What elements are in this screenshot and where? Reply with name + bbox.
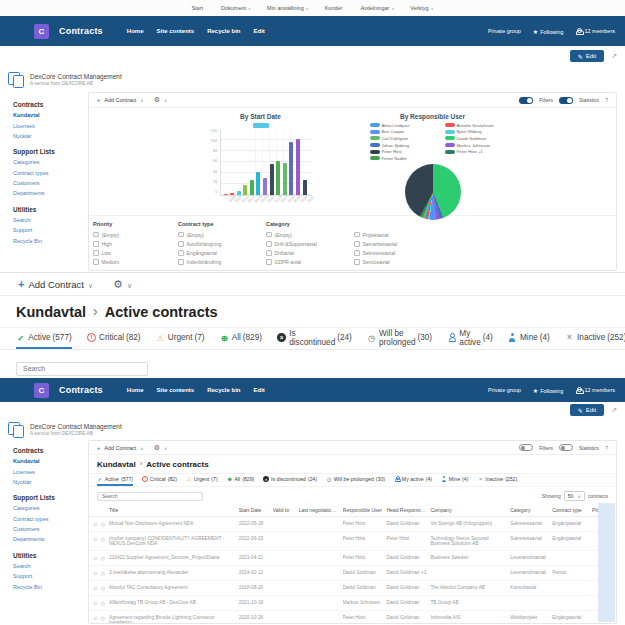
checkbox[interactable] [178,241,184,247]
checkbox[interactable] [93,241,99,247]
clock-icon[interactable] [100,585,104,591]
sidebar-item[interactable]: Contract types [13,168,86,178]
site-nav-item[interactable]: Site contents [156,28,194,34]
eye-icon[interactable] [93,555,97,561]
view-tab[interactable]: Mine (4) [508,328,550,349]
view-tab[interactable]: All (829) [219,328,262,349]
filter-option[interactable]: Drift-&Supportavtal [266,241,354,247]
sidebar-item[interactable]: Customers [13,178,86,188]
site-nav-item[interactable]: Edit [254,387,265,393]
search-input[interactable] [97,492,203,501]
eye-icon[interactable] [93,570,97,576]
breadcrumb-parent[interactable]: Kundavtal [16,304,86,320]
sidebar-item[interactable]: Licenses [13,466,86,476]
checkbox[interactable] [93,259,99,265]
add-contract-button[interactable]: Add Contract [97,445,144,451]
filter-option[interactable]: Indexförändring [178,259,266,265]
sidebar-item[interactable]: Kundavtal [13,110,86,120]
filter-option[interactable]: Samarbetsavtal [354,241,442,247]
column-start-date[interactable]: Start Date [239,507,273,513]
view-tab[interactable]: Will be prolonged (30) [326,474,385,486]
table-row[interactable]: 3 överlåtelse abonnemang Alexander 2014-… [89,566,616,581]
sidebar-item[interactable]: Support [13,225,86,235]
bar[interactable] [250,180,254,195]
clock-icon[interactable] [100,615,104,621]
legend-item[interactable]: Markus Johnsson [433,142,508,149]
settings-menu-button[interactable] [154,96,168,104]
search-input[interactable] [16,362,148,376]
bar-chart-legend-swatch[interactable] [253,123,269,128]
table-row[interactable]: Mutual Non-Disclosure Agreement NDA 2022… [89,517,616,532]
sidebar-item[interactable]: Categories [13,503,86,513]
sidebar-item[interactable]: Licenses [13,120,86,130]
sidebar-item[interactable]: Categories [13,157,86,167]
view-tab[interactable]: Is discontinued (24) [263,474,317,486]
filter-option[interactable]: GDPR-avtal [266,259,354,265]
following-button[interactable]: Following [533,387,564,394]
cell-title[interactable]: 3 överlåtelse abonnemang Alexander [109,570,239,575]
legend-item[interactable]: Ben Cooper [358,129,433,136]
checkbox[interactable] [354,250,360,256]
column-category[interactable]: Category [510,507,552,513]
filter-option[interactable]: Autoförlängning [178,241,266,247]
filter-option[interactable]: High [93,241,181,247]
site-nav-item[interactable]: Recycle bin [207,28,240,34]
checkbox[interactable] [93,250,99,256]
filter-option[interactable]: Projektavtal [354,232,442,238]
checkbox[interactable] [354,241,360,247]
column-contract-type[interactable]: Contract type [552,507,592,513]
sidebar-item[interactable]: Nycklar [13,131,86,141]
suite-nav-item[interactable]: Avdelningar ∨ [360,5,394,11]
edit-page-button[interactable]: Edit [570,404,604,416]
breadcrumb-parent[interactable]: Kundavtal [97,460,136,469]
help-button[interactable]: ? [605,445,608,451]
filter-option[interactable]: Engångsavtal [178,250,266,256]
sidebar-item[interactable]: Contract types [13,514,86,524]
filter-option[interactable]: Serviceavtal [354,259,442,265]
site-logo[interactable]: C [34,383,49,398]
view-tab[interactable]: Critical (82) [87,328,141,349]
checkbox[interactable] [266,250,272,256]
legend-item[interactable]: Annelie Gustafsson [433,122,508,129]
cell-title[interactable]: (moller company) CONFIDENTIALITY AGREEME… [109,536,239,546]
eye-icon[interactable] [93,615,97,621]
checkbox[interactable] [266,241,272,247]
column-responsible-user[interactable]: Responsible User [343,507,387,513]
expand-icon[interactable]: ↗ [611,52,617,60]
legend-item[interactable]: Johan Sjöberg [358,142,433,149]
suite-nav-item[interactable]: Min anställning ∨ [267,5,309,11]
legend-item[interactable]: Alma Lindqvist [358,122,433,129]
clock-icon[interactable] [100,555,104,561]
expand-icon[interactable]: ↗ [611,406,617,414]
edit-page-button[interactable]: Edit [570,50,604,62]
filters-toggle[interactable] [519,97,533,104]
filter-option[interactable]: (Empty) [93,232,181,238]
filter-option[interactable]: Driftavtal [266,250,354,256]
sidebar-item[interactable]: Support [13,571,86,581]
clock-icon[interactable] [100,521,104,527]
page-size-select[interactable]: 50 [564,491,585,501]
eye-icon[interactable] [93,600,97,606]
sidebar-item[interactable]: Recycle Bin [13,581,86,591]
checkbox[interactable] [178,250,184,256]
clock-icon[interactable] [100,600,104,606]
eye-icon[interactable] [93,536,97,542]
view-tab[interactable]: Critical (82) [142,474,177,486]
eye-icon[interactable] [93,585,97,591]
view-tab[interactable]: Urgent (7) [156,328,205,349]
checkbox[interactable] [266,232,272,238]
checkbox[interactable] [93,232,99,238]
bar[interactable] [296,139,300,195]
following-button[interactable]: Following [533,28,564,35]
bar[interactable] [256,172,260,195]
statistics-toggle[interactable] [559,444,573,451]
column-title[interactable]: Title [109,507,239,513]
legend-item[interactable]: Petter Nadler [358,155,433,162]
legend-item[interactable]: Björn Wiberg [433,129,508,136]
members-button[interactable]: 12 members [575,387,615,394]
legend-item[interactable]: Carl Dahlgren [358,135,433,142]
filter-option[interactable]: Low [93,250,181,256]
bar[interactable] [276,161,280,195]
suite-nav-item[interactable]: Dokument ∨ [221,5,251,11]
sidebar-item[interactable]: Departments [13,188,86,198]
